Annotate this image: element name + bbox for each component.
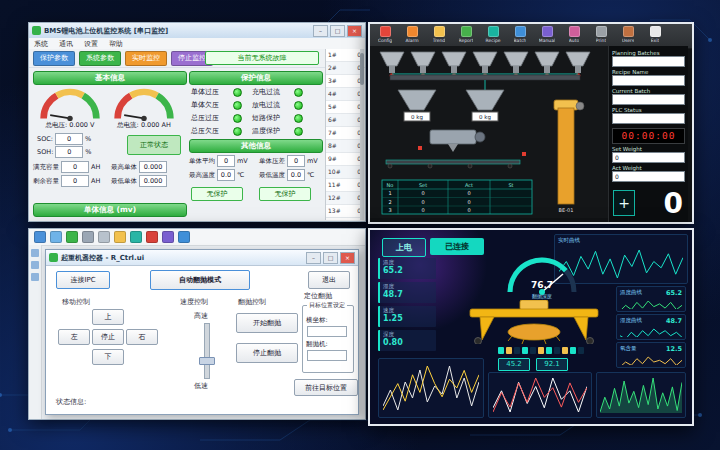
plc-status-input[interactable] [612, 113, 685, 124]
list-item[interactable]: 3#0 [326, 75, 364, 88]
heat-strip [498, 347, 584, 354]
toolbar-report-button[interactable]: Report [453, 26, 479, 43]
toolbar-alarm-button[interactable]: Alarm [399, 26, 425, 43]
crane-remote-window: 起重机遥控器 - R_Ctrl.ui – □ × 连接IPC 自动翻抛模式 退出… [28, 228, 366, 420]
protect-params-button[interactable]: 保护参数 [33, 51, 75, 66]
list-item[interactable]: 6#0 [326, 114, 364, 127]
copy-icon[interactable] [98, 231, 110, 243]
list-item[interactable]: 2#0 [326, 62, 364, 75]
scrollbar[interactable] [360, 49, 364, 220]
list-item[interactable]: 1#0 [326, 49, 364, 62]
minimize-button[interactable]: – [313, 25, 328, 37]
increment-button[interactable]: + [613, 190, 635, 216]
print-icon [596, 26, 607, 37]
machine-input[interactable] [307, 350, 347, 361]
menu-system[interactable]: 系统 [34, 39, 48, 49]
list-item[interactable]: 11#0 [326, 179, 364, 192]
open-file-icon[interactable] [50, 231, 62, 243]
cell-voltage-list[interactable]: 1#0 2#0 3#0 4#0 5#0 6#0 7#0 8#0 9#0 10#0… [325, 49, 364, 220]
crane-titlebar[interactable]: 起重机遥控器 - R_Ctrl.ui – □ × [46, 250, 358, 266]
svg-text:0: 0 [421, 207, 424, 213]
run-icon[interactable] [130, 231, 142, 243]
connect-ipc-button[interactable]: 连接IPC [56, 271, 110, 289]
recipe-name-input[interactable] [612, 75, 685, 86]
crane-window-title: 起重机遥控器 - R_Ctrl.ui [61, 253, 144, 263]
status-led [233, 127, 242, 136]
start-turning-button[interactable]: 开始翻抛 [236, 313, 298, 333]
toolbar-batch-button[interactable]: Batch [507, 26, 533, 43]
toolbar-manual-button[interactable]: Manual [534, 26, 560, 43]
move-right-button[interactable]: 右 [126, 329, 158, 345]
batch-table: No Set Act St 1 0 0 2 0 0 3 0 0 [382, 180, 532, 214]
x-coordinate-input[interactable] [307, 326, 347, 337]
toolbar-trend-button[interactable]: Trend [426, 26, 452, 43]
auto-icon [569, 26, 580, 37]
oxygen-card: 氧含量12.5 [616, 342, 686, 368]
full-capacity-field: 满充容量0AH [33, 161, 100, 173]
protection-row: 总压欠压 温度保护 [191, 126, 303, 136]
exit-icon [650, 26, 661, 37]
speed-slider-track[interactable] [204, 323, 210, 379]
dock-icon[interactable] [31, 249, 39, 257]
list-item[interactable]: 13#0 [326, 205, 364, 218]
trend-card-title: 实时曲线 [555, 235, 687, 244]
settings-icon[interactable] [162, 231, 174, 243]
current-batch-input[interactable] [612, 94, 685, 105]
save-icon[interactable] [66, 231, 78, 243]
speed-slider-thumb[interactable] [199, 357, 215, 365]
system-params-button[interactable]: 系统参数 [79, 51, 121, 66]
status-led [233, 101, 242, 110]
svg-text:BE-01: BE-01 [559, 207, 574, 213]
new-file-icon[interactable] [34, 231, 46, 243]
maximize-button[interactable]: □ [323, 252, 338, 264]
list-item[interactable]: 7#0 [326, 127, 364, 140]
scrollbar-thumb[interactable] [360, 53, 364, 85]
dock-icon[interactable] [31, 273, 39, 281]
menu-help[interactable]: 帮助 [109, 39, 123, 49]
planning-batches-input[interactable] [612, 56, 685, 67]
move-stop-button[interactable]: 停止 [92, 329, 124, 345]
power-on-button[interactable]: 上电 [382, 238, 426, 257]
start-monitor-button[interactable]: 实时监控 [125, 51, 167, 66]
cut-icon[interactable] [82, 231, 94, 243]
toolbar-config-button[interactable]: Config [372, 26, 398, 43]
move-down-button[interactable]: 下 [92, 349, 124, 365]
bms-titlebar[interactable]: BMS锂电池上位机监控系统 [串口监控] – □ × [29, 23, 365, 39]
auto-turn-mode-button[interactable]: 自动翻抛模式 [150, 270, 250, 290]
paste-icon[interactable] [114, 231, 126, 243]
toolbar-recipe-button[interactable]: Recipe [480, 26, 506, 43]
close-button[interactable]: × [340, 252, 355, 264]
toolbar-print-button[interactable]: Print [588, 26, 614, 43]
minimize-button[interactable]: – [306, 252, 321, 264]
list-item[interactable]: 12#0 [326, 192, 364, 205]
menu-comm[interactable]: 通讯 [59, 39, 73, 49]
help-icon[interactable] [178, 231, 190, 243]
svg-text:2: 2 [388, 199, 391, 205]
toolbar-users-button[interactable]: Users [615, 26, 641, 43]
dock-icon[interactable] [31, 261, 39, 269]
act-weight-value[interactable]: 0 [612, 171, 685, 182]
list-item[interactable]: 8#0 [326, 140, 364, 153]
move-left-button[interactable]: 左 [58, 329, 90, 345]
menu-settings[interactable]: 设置 [84, 39, 98, 49]
svg-text:Set: Set [419, 182, 427, 188]
stop-icon[interactable] [146, 231, 158, 243]
list-item[interactable]: 5#0 [326, 101, 364, 114]
turner-machine-graphic [460, 300, 608, 344]
list-item[interactable]: 4#0 [326, 88, 364, 101]
toolbar-auto-button[interactable]: Auto [561, 26, 587, 43]
set-weight-value[interactable]: 0 [612, 152, 685, 163]
cell-diff-field: 单体压差0mV [259, 155, 318, 167]
stop-turning-button[interactable]: 停止翻抛 [236, 343, 298, 363]
maximize-button[interactable]: □ [330, 25, 345, 37]
list-item[interactable]: 10#0 [326, 166, 364, 179]
goto-target-button[interactable]: 前往目标位置 [294, 379, 358, 396]
exit-button[interactable]: 退出 [308, 271, 350, 289]
close-button[interactable]: × [347, 25, 362, 37]
move-up-button[interactable]: 上 [92, 309, 124, 325]
cell-info-header: 单体信息 (mv) [33, 203, 187, 217]
toolbar-exit-button[interactable]: Exit [642, 26, 668, 43]
machine-label: 翻抛机: [306, 340, 328, 349]
svg-text:Act: Act [465, 182, 473, 188]
list-item[interactable]: 9#0 [326, 153, 364, 166]
